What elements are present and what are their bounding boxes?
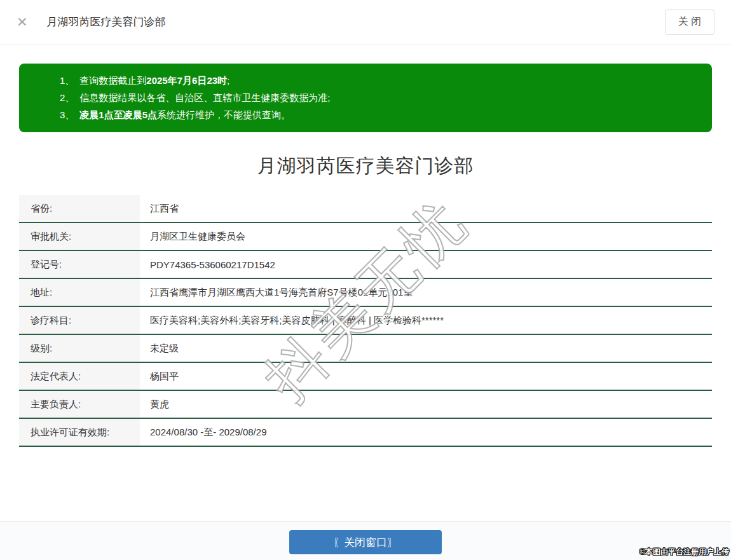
row-label: 诊疗科目: <box>19 307 140 334</box>
notice-line-2: 2、信息数据结果以各省、自治区、直辖市卫生健康委数据为准; <box>60 89 699 106</box>
close-button[interactable]: 关 闭 <box>665 10 714 35</box>
notice-line-1: 1、查询数据截止到2025年7月6日23时; <box>60 72 699 89</box>
table-row-province: 省份: 江西省 <box>19 195 712 223</box>
notice-line-number: 3、 <box>60 109 74 120</box>
bottom-strip: 〖关闭窗口〗 <box>0 521 731 560</box>
row-value: 未定级 <box>140 335 179 362</box>
table-row-medical-subjects: 诊疗科目: 医疗美容科;美容外科;美容牙科;美容皮肤科 | 麻醉科 | 医学检验… <box>19 307 712 335</box>
table-row-address: 地址: 江西省鹰潭市月湖区鹰西大道1号海亮首府S7号楼01单元101室 <box>19 279 712 307</box>
notice-line-number: 2、 <box>60 92 74 103</box>
top-bar: ✕ 月湖羽芮医疗美容门诊部 关 闭 <box>0 0 731 44</box>
row-value: PDY74365-536060217D1542 <box>140 251 275 278</box>
notice-text-bold: 凌晨1点至凌晨5点 <box>79 109 157 120</box>
row-label: 执业许可证有效期: <box>19 419 140 446</box>
window-title: 月湖羽芮医疗美容门诊部 <box>47 15 166 29</box>
notice-line-3: 3、凌晨1点至凌晨5点系统进行维护，不能提供查询。 <box>60 106 699 123</box>
notice-text: 信息数据结果以各省、自治区、直辖市卫生健康委数据为准; <box>79 92 330 103</box>
row-value: 医疗美容科;美容外科;美容牙科;美容皮肤科 | 麻醉科 | 医学检验科*****… <box>140 307 444 334</box>
row-value: 杨国平 <box>140 363 179 390</box>
page-title: 月湖羽芮医疗美容门诊部 <box>0 153 731 179</box>
row-value: 江西省 <box>140 195 179 222</box>
row-label: 地址: <box>19 279 140 306</box>
notice-line-number: 1、 <box>60 75 74 86</box>
row-label: 主要负责人: <box>19 391 140 418</box>
table-row-main-person-in-charge: 主要负责人: 黄虎 <box>19 391 712 419</box>
row-value: 月湖区卫生健康委员会 <box>140 223 245 250</box>
row-value: 2024/08/30 -至- 2029/08/29 <box>140 419 266 446</box>
row-value: 江西省鹰潭市月湖区鹰西大道1号海亮首府S7号楼01单元101室 <box>140 279 413 306</box>
notice-box: 1、查询数据截止到2025年7月6日23时; 2、信息数据结果以各省、自治区、直… <box>19 64 712 132</box>
table-row-license-validity: 执业许可证有效期: 2024/08/30 -至- 2029/08/29 <box>19 419 712 447</box>
table-row-registration-number: 登记号: PDY74365-536060217D1542 <box>19 251 712 279</box>
close-window-button[interactable]: 〖关闭窗口〗 <box>289 530 442 554</box>
notice-text: ; <box>227 75 229 86</box>
row-label: 登记号: <box>19 251 140 278</box>
info-table: 省份: 江西省 审批机关: 月湖区卫生健康委员会 登记号: PDY74365-5… <box>19 195 712 447</box>
credit-watermark: ©本图由平台注册用户上传 <box>639 547 729 557</box>
notice-text: 查询数据截止到 <box>79 75 146 86</box>
row-value: 黄虎 <box>140 391 169 418</box>
table-row-legal-representative: 法定代表人: 杨国平 <box>19 363 712 391</box>
row-label: 级别: <box>19 335 140 362</box>
row-label: 法定代表人: <box>19 363 140 390</box>
notice-text: 系统进行维护，不能提供查询。 <box>157 109 290 120</box>
close-x-icon[interactable]: ✕ <box>17 15 28 29</box>
row-label: 审批机关: <box>19 223 140 250</box>
table-row-level: 级别: 未定级 <box>19 335 712 363</box>
row-label: 省份: <box>19 195 140 222</box>
notice-text-bold: 2025年7月6日23时 <box>146 75 227 86</box>
table-row-approval-authority: 审批机关: 月湖区卫生健康委员会 <box>19 223 712 251</box>
